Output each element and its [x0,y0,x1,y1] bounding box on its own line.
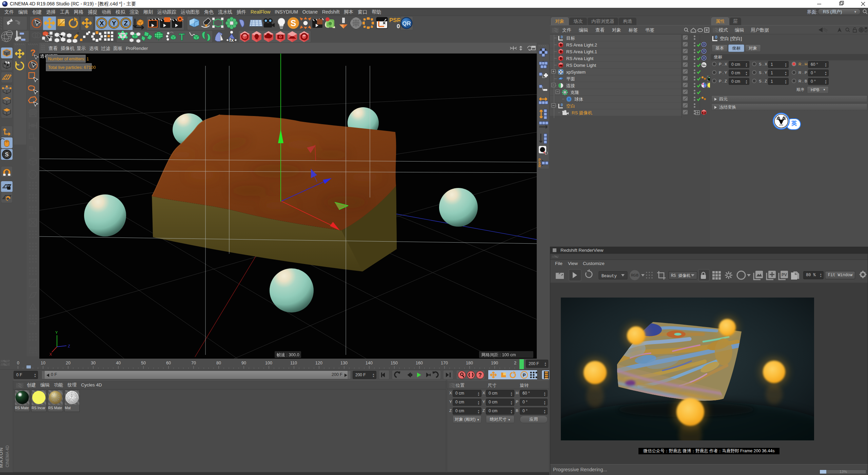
svg-text:空白: 空白 [566,103,575,109]
svg-text:连接: 连接 [566,83,575,88]
svg-text:100: 100 [265,361,272,365]
svg-text:网格间距 : 100 cm: 网格间距 : 100 cm [481,353,516,357]
svg-text:40: 40 [116,361,121,365]
svg-text:Beauty: Beauty [601,274,617,279]
svg-text:150: 150 [391,361,398,365]
svg-text:平面: 平面 [566,76,575,81]
svg-text:ProRender: ProRender [126,46,148,51]
svg-text:130: 130 [340,361,348,365]
svg-text:PV: PV [782,272,787,277]
svg-text:0: 0 [397,23,400,30]
svg-text:S: S [291,18,296,28]
svg-text:PSR: PSR [389,17,401,23]
svg-text:X: X [50,352,52,356]
svg-text:RS Dome Light: RS Dome Light [566,63,596,68]
svg-text:R: R [538,164,541,168]
svg-text:10: 10 [41,361,45,365]
svg-text:140: 140 [366,361,373,365]
svg-text:20: 20 [66,361,71,365]
svg-text:选项: 选项 [89,46,99,51]
svg-text:170: 170 [441,361,448,365]
svg-text:RGB: RGB [631,273,638,277]
svg-text:160: 160 [416,361,423,365]
svg-text:RS 摄像机: RS 摄像机 [671,273,691,278]
svg-text:S: S [5,152,9,157]
svg-text:60: 60 [166,361,171,365]
svg-text:面板: 面板 [113,46,123,51]
svg-text:显示: 显示 [77,46,86,51]
svg-text:70: 70 [191,361,196,365]
svg-text:2: 2 [514,361,516,365]
svg-text:Number of emitters: 1: Number of emitters: 1 [48,57,89,61]
svg-text:查看: 查看 [48,46,58,51]
svg-text:80: 80 [216,361,221,365]
svg-text:帧速 : 300.0: 帧速 : 300.0 [277,353,299,357]
svg-text:190: 190 [491,361,498,365]
svg-text:120: 120 [315,361,322,365]
svg-text:0: 0 [715,35,717,40]
svg-text:T: T [179,31,185,42]
svg-text:Total live particles: 67100: Total live particles: 67100 [48,65,96,70]
svg-text:Y: Y [112,20,116,27]
svg-text:50: 50 [141,361,146,365]
svg-text:xpSystem: xpSystem [566,70,586,75]
svg-text:fx: fx [229,37,234,43]
svg-text:Z: Z [68,344,70,348]
svg-text:Y: Y [55,330,58,335]
svg-text:180: 180 [466,361,473,365]
svg-text:RS 摄像机: RS 摄像机 [572,110,592,115]
svg-text:0: 0 [17,361,19,365]
svg-text:目标: 目标 [566,36,575,41]
svg-text:RS Area Light.1: RS Area Light.1 [566,49,597,54]
svg-text:球体: 球体 [574,97,583,102]
svg-text:克隆: 克隆 [570,90,579,95]
svg-text:X: X [100,20,104,27]
svg-text:P: P [523,373,526,378]
svg-text:RS Area Light: RS Area Light [566,56,594,61]
svg-text:摄像机: 摄像机 [61,46,75,51]
svg-text:90: 90 [241,361,246,365]
svg-text:QR: QR [402,20,411,27]
svg-text:RS Area Light.2: RS Area Light.2 [566,42,597,48]
svg-text:110: 110 [290,361,297,365]
svg-text:30: 30 [91,361,96,365]
svg-text:?: ? [478,372,482,378]
svg-text:Z: Z [124,20,128,27]
svg-text:过滤: 过滤 [101,46,111,51]
